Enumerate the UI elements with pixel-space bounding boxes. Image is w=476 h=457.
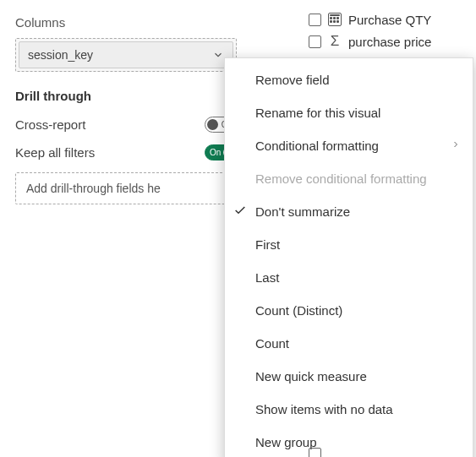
menu-item-label: Don't summarize <box>255 204 350 219</box>
checkbox-icon[interactable] <box>309 35 321 48</box>
menu-item-new-quick-measure[interactable]: New quick measure <box>225 360 473 393</box>
menu-item-conditional-formatting[interactable]: Conditional formatting <box>225 129 473 162</box>
menu-item-label: Rename for this visual <box>255 106 380 120</box>
field-item-purchase-qty[interactable]: Purchase QTY <box>309 7 469 32</box>
menu-item-remove-field[interactable]: Remove field <box>225 63 473 96</box>
menu-item-first[interactable]: First <box>225 228 473 261</box>
chevron-right-icon <box>451 139 461 150</box>
sigma-icon: Σ <box>328 33 342 50</box>
menu-item-label: New group <box>255 435 317 449</box>
keep-all-filters-label: Keep all filters <box>15 145 95 160</box>
field-context-menu: Remove fieldRename for this visualCondit… <box>224 57 473 457</box>
column-field-label: session_key <box>28 48 93 62</box>
menu-item-label: New quick measure <box>255 369 367 384</box>
keep-all-filters-row: Keep all filters On <box>15 144 237 160</box>
menu-item-label: Conditional formatting <box>255 139 379 153</box>
drill-through-dropzone[interactable]: Add drill-through fields he <box>15 172 237 204</box>
calculator-icon <box>328 13 342 26</box>
column-field-pill[interactable]: session_key <box>19 41 233 68</box>
checkbox-icon[interactable] <box>309 14 321 26</box>
cross-report-label: Cross-report <box>15 117 85 132</box>
field-item-purchase-price[interactable]: Σ purchase price <box>309 32 469 51</box>
menu-item-last[interactable]: Last <box>225 261 473 294</box>
menu-item-label: Count <box>255 336 289 351</box>
menu-item-label: Count (Distinct) <box>255 303 342 318</box>
menu-item-remove-conditional-formatting: Remove conditional formatting <box>225 162 473 195</box>
field-label: purchase price <box>348 35 431 49</box>
keep-all-filters-toggle-state: On <box>210 145 221 160</box>
menu-item-label: Remove conditional formatting <box>255 171 427 186</box>
fields-pane: Purchase QTY Σ purchase price <box>309 7 469 51</box>
chevron-down-icon[interactable] <box>212 49 224 61</box>
visualizations-pane: Columns session_key Drill through Cross-… <box>15 15 237 204</box>
menu-item-show-items-with-no-data[interactable]: Show items with no data <box>225 393 473 426</box>
menu-item-don-t-summarize[interactable]: Don't summarize <box>225 195 473 228</box>
menu-item-new-group[interactable]: New group <box>225 426 473 457</box>
menu-item-label: First <box>255 237 280 252</box>
field-item-partial[interactable] <box>309 448 321 457</box>
drill-through-header: Drill through <box>15 89 237 103</box>
menu-item-label: Last <box>255 270 279 285</box>
columns-header: Columns <box>15 15 237 30</box>
menu-item-label: Remove field <box>255 73 330 87</box>
menu-item-count[interactable]: Count <box>225 327 473 360</box>
columns-field-well[interactable]: session_key <box>15 38 237 72</box>
cross-report-row: Cross-report Off <box>15 117 237 133</box>
check-icon <box>233 204 247 217</box>
field-label: Purchase QTY <box>348 13 431 27</box>
menu-item-label: Show items with no data <box>255 402 393 416</box>
checkbox-icon[interactable] <box>309 448 321 457</box>
menu-item-count-distinct[interactable]: Count (Distinct) <box>225 294 473 327</box>
menu-item-rename-for-this-visual[interactable]: Rename for this visual <box>225 96 473 129</box>
